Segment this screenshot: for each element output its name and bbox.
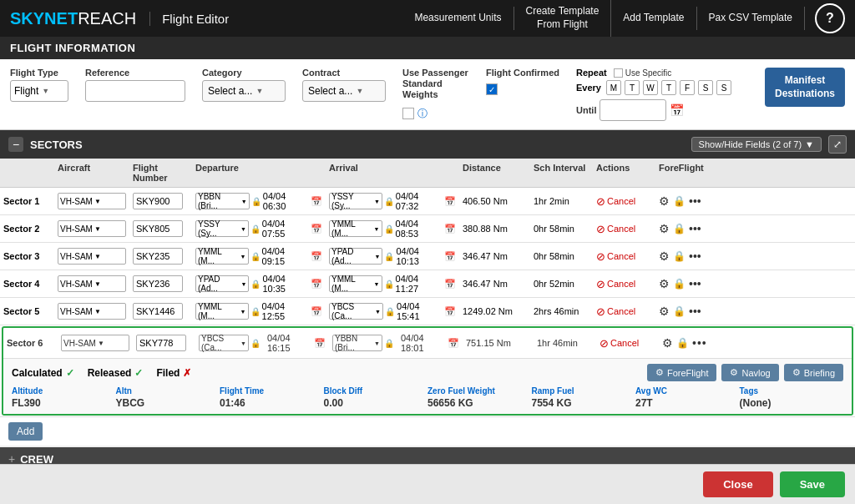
cancel-icon: ⊘ (596, 278, 605, 290)
th-sch-interval: Sch Interval (530, 161, 593, 184)
sector-3-cancel-button[interactable]: ⊘ Cancel (596, 250, 652, 263)
sector-6-gear-icon[interactable]: ⚙ (662, 336, 673, 350)
sector-5-dep-cal[interactable]: 📅 (311, 306, 322, 317)
sector-6-arr-airport[interactable]: YBBN (Bri...▼ (332, 335, 382, 351)
sector-2-cancel-button[interactable]: ⊘ Cancel (596, 223, 652, 235)
briefing-button[interactable]: ⚙ Briefing (784, 364, 843, 381)
reference-input[interactable] (85, 80, 185, 102)
sector-3-lock-icon[interactable]: 🔒 (673, 250, 686, 262)
sector-6-dep-airport[interactable]: YBCS (Ca...▼ (199, 335, 249, 351)
sector-5-dep-airport[interactable]: YMML (M...▼ (195, 303, 249, 320)
sector-2-more-button[interactable]: ••• (689, 222, 701, 235)
sector-4-arr-cal[interactable]: 📅 (444, 279, 456, 290)
navlog-icon: ⚙ (730, 367, 738, 378)
sector-1-dep-cal[interactable]: 📅 (311, 196, 322, 207)
sector-5-arr-airport[interactable]: YBCS (Ca...▼ (329, 303, 383, 320)
sector-2-gear-icon[interactable]: ⚙ (659, 222, 670, 235)
sector-1-dep-airport[interactable]: YBBN (Bri...▼ (195, 193, 250, 209)
help-button[interactable]: ? (815, 3, 845, 33)
nav-add-template[interactable]: Add Template (611, 7, 696, 30)
sector-1-more-button[interactable]: ••• (689, 194, 701, 208)
day-sun[interactable]: S (716, 80, 731, 95)
sector-5-cancel-button[interactable]: ⊘ Cancel (596, 305, 652, 318)
sector-2-arr-airport[interactable]: YMML (M...▼ (329, 220, 382, 237)
day-thu[interactable]: T (661, 80, 676, 95)
nav-measurement[interactable]: Measurement Units (402, 7, 514, 30)
sector-3-dep-airport[interactable]: YMML (M...▼ (195, 248, 249, 265)
sector-4-gear-icon[interactable]: ⚙ (659, 277, 670, 290)
sector-4-lock-icon[interactable]: 🔒 (673, 278, 686, 290)
manifest-destinations-button[interactable]: Manifest Destinations (765, 68, 845, 107)
nav-create-template[interactable]: Create Template From Flight (514, 0, 612, 36)
sector-2-dep-cal[interactable]: 📅 (311, 224, 322, 234)
sector-1-arr-airport[interactable]: YSSY (Sy...▼ (329, 193, 382, 209)
day-wed[interactable]: W (643, 80, 658, 95)
sector-6-dep-cal[interactable]: 📅 (314, 338, 326, 349)
sector-5-arr-cal[interactable]: 📅 (444, 306, 456, 317)
sector-1-lock-icon[interactable]: 🔒 (673, 195, 686, 207)
sector-5-flightnum-input[interactable] (133, 303, 183, 320)
sector-1-cancel-button[interactable]: ⊘ Cancel (596, 195, 652, 208)
sector-1-gear-icon[interactable]: ⚙ (659, 194, 670, 208)
show-hide-arrow: ▼ (805, 139, 814, 149)
cal-icon[interactable]: 📅 (670, 103, 684, 117)
sector-2-arr-cal[interactable]: 📅 (444, 224, 456, 234)
day-tue[interactable]: T (625, 80, 640, 95)
sector-1-aircraft-select[interactable]: VH-SAM▼ (58, 193, 126, 209)
sector-4-dep-cal[interactable]: 📅 (311, 279, 322, 290)
contract-select[interactable]: Select a... ▼ (302, 80, 386, 102)
use-specific-checkbox[interactable] (614, 68, 623, 78)
nav-pax-csv[interactable]: Pax CSV Template (697, 7, 806, 30)
sector-6-interval: 1hr 46min (534, 336, 596, 350)
passenger-weights-checkbox[interactable] (402, 108, 414, 119)
close-button[interactable]: Close (703, 471, 772, 497)
sector-6-lock-icon[interactable]: 🔒 (676, 337, 689, 349)
sector-2-aircraft-select[interactable]: VH-SAM▼ (58, 220, 126, 237)
sector-6-more-button[interactable]: ••• (692, 336, 707, 350)
briefing-icon: ⚙ (792, 367, 801, 378)
save-button[interactable]: Save (780, 471, 845, 497)
category-select[interactable]: Select a... ▼ (202, 80, 286, 102)
sector-5-gear-icon[interactable]: ⚙ (659, 305, 670, 318)
until-input[interactable] (600, 99, 666, 121)
sector-2-flightnum-input[interactable] (133, 220, 183, 237)
sector-1-arr-cal[interactable]: 📅 (444, 196, 456, 207)
add-sector-button[interactable]: Add (8, 422, 43, 441)
sector-3-arr-cal[interactable]: 📅 (444, 251, 456, 262)
sector-4-flightnum-input[interactable] (133, 275, 183, 292)
sector-2-dep-airport[interactable]: YSSY (Sy...▼ (195, 220, 249, 237)
sector-4-arr-airport[interactable]: YMML (M...▼ (329, 275, 382, 292)
foreflight-button[interactable]: ⚙ ForeFlight (647, 364, 717, 381)
sector-3-dep-cal[interactable]: 📅 (311, 251, 322, 262)
sector-5-more-button[interactable]: ••• (689, 305, 701, 318)
sector-5-departure: YMML (M...▼ 🔒 04/04 12:55 📅 (192, 300, 326, 323)
flight-confirmed-checkbox[interactable]: ✓ (486, 83, 498, 95)
sector-1-flightnum-input[interactable] (133, 193, 183, 209)
sector-5-aircraft-select[interactable]: VH-SAM▼ (58, 303, 126, 320)
sector-3-more-button[interactable]: ••• (689, 249, 701, 263)
sectors-collapse-button[interactable]: − (8, 137, 23, 152)
sector-4-dep-airport[interactable]: YPAD (Ad...▼ (195, 275, 249, 292)
flight-type-select[interactable]: Flight ▼ (10, 80, 68, 102)
cancel-icon: ⊘ (596, 250, 605, 263)
sector-3-aircraft-select[interactable]: VH-SAM▼ (58, 248, 126, 265)
sector-4-aircraft-select[interactable]: VH-SAM▼ (58, 275, 126, 292)
sector-5-lock-icon[interactable]: 🔒 (673, 305, 686, 317)
sector-2-lock-icon[interactable]: 🔒 (673, 223, 686, 234)
sector-3-gear-icon[interactable]: ⚙ (659, 249, 670, 263)
sector-3-flightnum-input[interactable] (133, 248, 183, 265)
export-button[interactable]: ⤢ (828, 135, 847, 154)
sector-6-aircraft-select[interactable]: VH-SAM▼ (61, 335, 129, 351)
sector-3-arr-airport[interactable]: YPAD (Ad...▼ (329, 248, 382, 265)
day-mon[interactable]: M (606, 80, 621, 95)
day-sat[interactable]: S (698, 80, 713, 95)
flight-time-col: Flight Time 01:46 (220, 386, 324, 409)
sector-4-cancel-button[interactable]: ⊘ Cancel (596, 278, 652, 290)
sector-6-arr-cal[interactable]: 📅 (448, 338, 459, 349)
sector-6-flightnum-input[interactable] (136, 335, 186, 351)
day-fri[interactable]: F (680, 80, 695, 95)
navlog-button[interactable]: ⚙ Navlog (721, 364, 778, 381)
show-hide-fields-button[interactable]: Show/Hide Fields (2 of 7) ▼ (691, 137, 822, 152)
sector-6-cancel-button[interactable]: ⊘ Cancel (600, 337, 655, 350)
sector-4-more-button[interactable]: ••• (689, 277, 701, 290)
